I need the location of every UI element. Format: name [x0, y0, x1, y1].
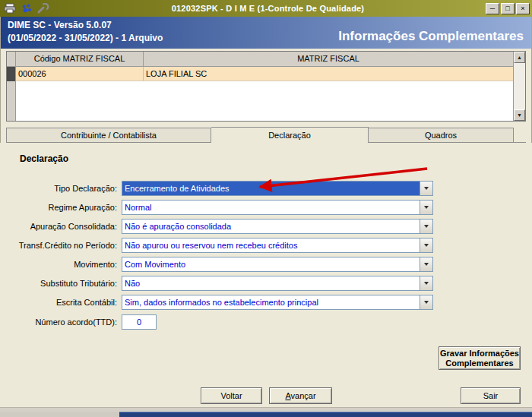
- group-title: Declaração: [20, 153, 68, 164]
- tab-declaracao[interactable]: Declaração: [211, 127, 369, 143]
- substituto-tributario-combobox[interactable]: Não: [122, 276, 433, 291]
- grid-row-header-column: [7, 52, 16, 121]
- form-row: Regime Apuração: Normal: [0, 200, 433, 215]
- gravar-button-label-line2: Complementares: [445, 359, 513, 368]
- title-bar: 012032SPK - D I M E (1-Controle De Quali…: [0, 0, 532, 17]
- app-window: 012032SPK - D I M E (1-Controle De Quali…: [0, 0, 532, 417]
- regime-apuracao-combobox[interactable]: Normal: [122, 200, 433, 215]
- field-label-substituto-tributario: Substituto Tributário:: [0, 279, 122, 288]
- grid-header-row: Código MATRIZ FISCAL MATRIZ FISCAL: [16, 52, 513, 67]
- chevron-down-icon: [424, 187, 429, 190]
- transf-credito-periodo-combobox[interactable]: Não apurou ou reservou nem recebeu crédi…: [122, 238, 433, 253]
- scrollbar-track[interactable]: [514, 63, 525, 109]
- avancar-hotkey: A: [285, 391, 290, 400]
- combo-value: Não apurou ou reservou nem recebeu crédi…: [122, 239, 420, 252]
- maximize-button[interactable]: □: [501, 3, 515, 14]
- tab-contribuinte-contabilista[interactable]: Contribuinte / Contabilista: [6, 128, 211, 143]
- form-row: Movimento: Com Movimento: [0, 257, 433, 272]
- cell-codigo: 000026: [16, 67, 144, 81]
- declaracao-tab-panel: Declaração Tipo Declaração: Encerramento…: [0, 143, 532, 407]
- scroll-up-button[interactable]: ▲: [514, 52, 525, 63]
- combo-dropdown-button[interactable]: [420, 239, 432, 252]
- column-header-codigo[interactable]: Código MATRIZ FISCAL: [16, 52, 144, 66]
- combo-value: Não: [122, 276, 420, 290]
- printer-icon[interactable]: [2, 2, 17, 15]
- voltar-button[interactable]: Voltar: [201, 387, 262, 404]
- combo-value: Sim, dados informados no estabelecimento…: [122, 295, 420, 309]
- wrench-icon[interactable]: [36, 2, 50, 15]
- chevron-down-icon: [424, 263, 429, 266]
- sair-button[interactable]: Sair: [461, 387, 521, 404]
- combo-dropdown-button[interactable]: [420, 295, 432, 309]
- gravar-informacoes-button[interactable]: Gravar Informações Complementares: [439, 346, 521, 370]
- header-banner: DIME SC - Versão 5.0.07 (01/05/2022 - 31…: [1, 17, 531, 49]
- combo-value: Com Movimento: [122, 257, 420, 271]
- matriz-fiscal-grid: Código MATRIZ FISCAL MATRIZ FISCAL 00002…: [6, 51, 526, 122]
- grid-body: Código MATRIZ FISCAL MATRIZ FISCAL 00002…: [16, 52, 513, 121]
- field-label-movimento: Movimento:: [0, 260, 122, 269]
- apuracao-consolidada-combobox[interactable]: Não é apuração consolidada: [122, 219, 433, 234]
- movimento-combobox[interactable]: Com Movimento: [122, 257, 433, 272]
- grid-empty-area: [16, 81, 513, 121]
- avancar-button[interactable]: Avançar: [269, 387, 332, 404]
- taskbar-window-fragment: [119, 412, 532, 417]
- title-bar-icons: [2, 2, 50, 15]
- field-label-transf-credito: Transf.Crédito no Período:: [0, 241, 122, 250]
- escrita-contabil-combobox[interactable]: Sim, dados informados no estabelecimento…: [122, 295, 433, 310]
- form-row: Substituto Tributário: Não: [0, 276, 433, 291]
- combo-selected-value: Encerramento de Atividades: [122, 182, 420, 195]
- column-header-matriz[interactable]: MATRIZ FISCAL: [144, 52, 513, 66]
- combo-dropdown-button[interactable]: [420, 276, 432, 290]
- form-row: Tipo Declaração: Encerramento de Ativida…: [0, 181, 433, 196]
- minimize-button[interactable]: ─: [486, 3, 499, 14]
- scroll-down-button[interactable]: ▼: [514, 109, 525, 121]
- cell-matriz: LOJA FILIAL SC: [144, 67, 513, 81]
- chevron-down-icon: [424, 282, 429, 285]
- chevron-down-icon: [424, 225, 429, 228]
- selected-row-marker: [7, 67, 15, 81]
- page-title: Informações Complementares: [338, 29, 524, 44]
- field-label-escrita-contabil: Escrita Contábil:: [0, 298, 122, 307]
- chevron-down-icon: [424, 301, 429, 304]
- field-label-numero-acordo: Número acordo(TTD):: [0, 317, 122, 327]
- field-label-tipo-declaracao: Tipo Declaração:: [0, 184, 122, 193]
- form-row: Transf.Crédito no Período: Não apurou ou…: [0, 238, 433, 253]
- tipo-declaracao-combobox[interactable]: Encerramento de Atividades: [122, 181, 433, 196]
- chevron-down-icon: [424, 206, 429, 209]
- table-row[interactable]: 000026 LOJA FILIAL SC: [16, 67, 513, 81]
- combo-dropdown-button[interactable]: [420, 220, 432, 233]
- field-label-apuracao-consolidada: Apuração Consolidada:: [0, 222, 122, 231]
- form-row: Escrita Contábil: Sim, dados informados …: [0, 295, 433, 310]
- combo-value: Não é apuração consolidada: [122, 220, 420, 233]
- close-button[interactable]: ×: [516, 3, 530, 14]
- form-row: Apuração Consolidada: Não é apuração con…: [0, 219, 433, 234]
- grid-corner-cell: [7, 52, 15, 67]
- combo-dropdown-button[interactable]: [420, 257, 432, 271]
- combo-dropdown-button[interactable]: [420, 201, 432, 214]
- avancar-label-rest: vançar: [291, 391, 316, 400]
- window-controls: ─ □ ×: [486, 3, 530, 14]
- tab-quadros[interactable]: Quadros: [369, 128, 514, 143]
- app-logo-icon[interactable]: [19, 2, 33, 15]
- chevron-down-icon: [424, 244, 429, 247]
- combo-value: Normal: [122, 201, 420, 214]
- tab-strip-filler: [514, 128, 526, 143]
- tab-strip: Contribuinte / Contabilista Declaração Q…: [6, 127, 526, 143]
- combo-dropdown-button[interactable]: [420, 182, 432, 195]
- vertical-scrollbar[interactable]: ▲ ▼: [513, 52, 525, 121]
- field-label-regime-apuracao: Regime Apuração:: [0, 203, 122, 212]
- numero-acordo-input[interactable]: [122, 314, 157, 330]
- window-title: 012032SPK - D I M E (1-Controle De Quali…: [50, 4, 486, 13]
- form-row: Número acordo(TTD):: [0, 314, 157, 330]
- gravar-button-label-line1: Gravar Informações: [440, 349, 519, 358]
